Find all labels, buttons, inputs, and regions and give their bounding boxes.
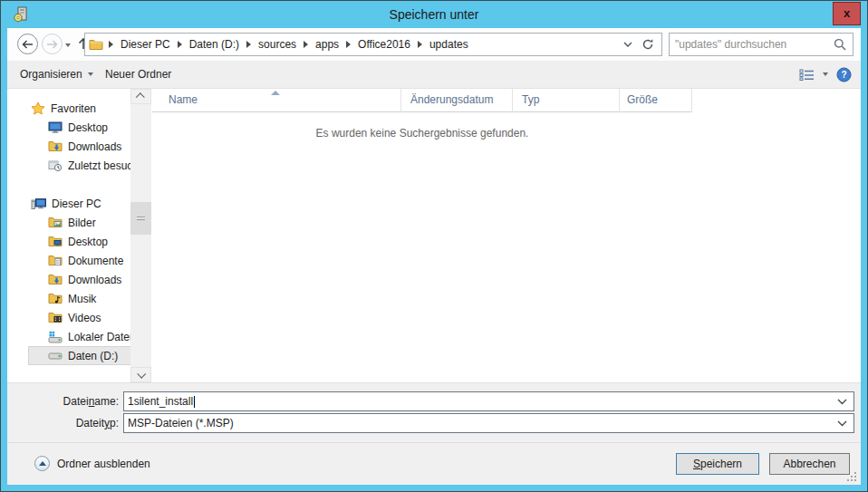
- save-button[interactable]: Speichern: [676, 453, 759, 475]
- sidebar-item-label: Zuletzt besucht: [68, 159, 140, 172]
- change-view-icon[interactable]: [799, 69, 815, 81]
- filetype-value: MSP-Dateien (*.MSP): [128, 417, 234, 429]
- folder-desktop-icon: [48, 236, 63, 247]
- svg-text:?: ?: [841, 70, 846, 80]
- dialog-body: Dieser PC Daten (D:) sources apps Office…: [7, 28, 861, 483]
- folder-download-icon: [48, 140, 63, 152]
- sidebar-item-label: Desktop: [68, 121, 108, 134]
- breadcrumb-item[interactable]: updates: [428, 38, 470, 51]
- folder-icon: [89, 39, 103, 51]
- sidebar-item-favoriten[interactable]: Favoriten: [29, 99, 140, 118]
- sidebar-item-label: Downloads: [68, 140, 121, 153]
- sidebar-item-desktop[interactable]: Desktop: [29, 118, 140, 137]
- back-button[interactable]: [17, 34, 38, 54]
- star-icon: [31, 101, 45, 115]
- folder-music-icon: [48, 293, 63, 304]
- sidebar-item-label: Downloads: [68, 274, 121, 286]
- sort-ascending-icon: [271, 91, 280, 95]
- search-box: [669, 33, 854, 56]
- column-headers: Name Änderungsdatum Typ Größe: [152, 89, 692, 112]
- dialog-footer: Ordner ausblenden Speichern Abbrechen: [7, 442, 861, 485]
- recent-locations-caret-icon[interactable]: [65, 43, 71, 47]
- refresh-icon[interactable]: [641, 38, 654, 51]
- folder-video-icon: [48, 312, 63, 323]
- scroll-up-button[interactable]: [130, 89, 151, 104]
- help-icon[interactable]: ?: [836, 67, 852, 82]
- filetype-label: Dateityp:: [7, 417, 119, 429]
- sidebar-item-downloads-pc[interactable]: Downloads: [29, 270, 140, 289]
- file-fields-panel: Dateiname: 1silent_install Dateityp: MSP…: [7, 382, 861, 442]
- filename-input[interactable]: 1silent_install: [123, 391, 854, 411]
- breadcrumb-item[interactable]: Daten (D:): [188, 38, 241, 51]
- breadcrumb[interactable]: Dieser PC Daten (D:) sources apps Office…: [84, 33, 662, 56]
- sidebar-item-videos[interactable]: Videos: [29, 308, 140, 327]
- folder-documents-icon: [48, 255, 63, 266]
- empty-results-message: Es wurden keine Suchergebnisse gefunden.: [152, 127, 692, 140]
- scrollbar-thumb[interactable]: [130, 202, 151, 235]
- monitor-icon: [48, 121, 63, 133]
- sidebar-item-label: Bilder: [68, 217, 96, 229]
- filetype-select[interactable]: MSP-Dateien (*.MSP): [123, 413, 854, 433]
- breadcrumb-separator-icon[interactable]: [304, 41, 308, 48]
- sidebar-item-label: Dokumente: [68, 255, 123, 267]
- back-arrow-icon: [22, 39, 34, 50]
- column-header-aenderungsdatum[interactable]: Änderungsdatum: [401, 89, 513, 112]
- breadcrumb-separator-icon[interactable]: [246, 41, 251, 48]
- sidebar-item-daten-d-selected[interactable]: Daten (D:): [28, 346, 140, 365]
- sidebar-item-label: Lokaler Datenträg: [68, 331, 140, 343]
- column-header-groesse[interactable]: Größe: [620, 89, 692, 112]
- breadcrumb-separator-icon[interactable]: [109, 41, 113, 48]
- address-row: Dieser PC Daten (D:) sources apps Office…: [7, 28, 861, 61]
- breadcrumb-item[interactable]: Office2016: [356, 38, 412, 51]
- view-options-caret-icon[interactable]: [823, 72, 828, 76]
- breadcrumb-separator-icon[interactable]: [178, 41, 182, 48]
- scroll-down-button[interactable]: [130, 367, 151, 382]
- sidebar-item-zuletzt-besucht[interactable]: Zuletzt besucht: [29, 156, 140, 175]
- sidebar-item-downloads[interactable]: Downloads: [29, 137, 140, 156]
- new-folder-button[interactable]: Neuer Ordner: [98, 61, 178, 88]
- column-header-typ[interactable]: Typ: [513, 89, 620, 112]
- sidebar-item-label: Daten (D:): [68, 350, 118, 362]
- organize-caret-icon: [88, 72, 93, 76]
- sidebar-item-label: Desktop: [68, 236, 108, 248]
- search-icon: [834, 38, 846, 51]
- organize-label: Organisieren: [20, 68, 82, 81]
- breadcrumb-item[interactable]: sources: [256, 38, 298, 51]
- system-disk-icon: [48, 331, 63, 343]
- address-dropdown-icon[interactable]: [623, 42, 632, 48]
- text-cursor: [194, 396, 195, 408]
- breadcrumb-item[interactable]: apps: [313, 38, 341, 51]
- hide-folders-label: Ordner ausblenden: [57, 458, 150, 470]
- breadcrumb-separator-icon[interactable]: [418, 41, 422, 48]
- save-as-dialog: Speichern unter x: [0, 0, 868, 492]
- filename-value: 1silent_install: [128, 395, 193, 408]
- sidebar-item-dokumente[interactable]: Dokumente: [29, 251, 140, 270]
- close-button[interactable]: x: [833, 2, 861, 25]
- breadcrumb-separator-icon[interactable]: [346, 41, 351, 48]
- organize-button[interactable]: Organisieren: [13, 61, 101, 88]
- sidebar-item-label: Musik: [68, 293, 96, 305]
- sidebar-item-desktop-folder[interactable]: Desktop: [29, 232, 140, 251]
- forward-button-disabled: [42, 34, 63, 54]
- sidebar-item-lokaler-datentraeger[interactable]: Lokaler Datenträg: [29, 327, 140, 346]
- filetype-dropdown-icon[interactable]: [837, 420, 850, 427]
- cancel-button[interactable]: Abbrechen: [769, 453, 850, 475]
- resize-grip[interactable]: [845, 470, 856, 481]
- sidebar-scrollbar[interactable]: [130, 89, 151, 382]
- titlebar[interactable]: Speichern unter x: [1, 1, 867, 28]
- collapse-up-icon: [34, 456, 50, 471]
- folder-pictures-icon: [48, 217, 63, 228]
- sidebar-item-label: Videos: [68, 312, 101, 324]
- computer-icon: [31, 198, 46, 210]
- breadcrumb-item[interactable]: Dieser PC: [119, 38, 172, 51]
- hide-folders-button[interactable]: Ordner ausblenden: [34, 456, 150, 471]
- search-input[interactable]: [670, 38, 834, 51]
- command-bar: Organisieren Neuer Ordner ?: [7, 61, 861, 89]
- sidebar-item-musik[interactable]: Musik: [29, 289, 140, 308]
- sidebar-item-dieser-pc[interactable]: Dieser PC: [29, 194, 140, 213]
- filename-label: Dateiname:: [7, 395, 119, 408]
- filename-dropdown-icon[interactable]: [837, 399, 850, 405]
- sidebar-item-bilder[interactable]: Bilder: [29, 213, 140, 232]
- folder-download-icon: [48, 274, 63, 285]
- disk-icon: [48, 351, 63, 362]
